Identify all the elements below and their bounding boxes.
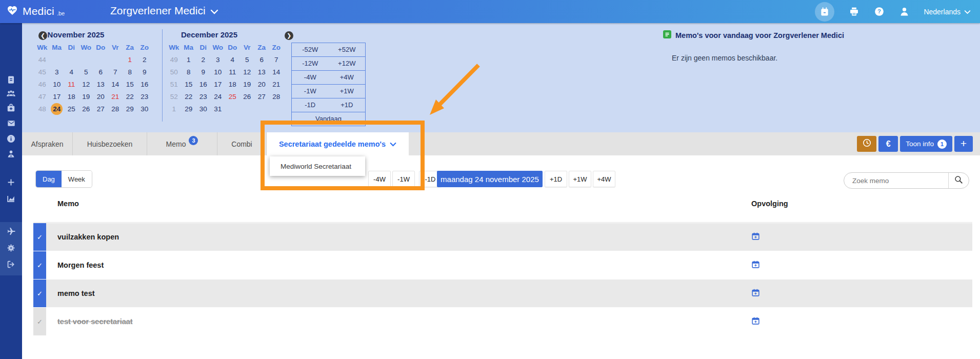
calendar-day[interactable]: 10 (211, 66, 226, 78)
calendar-day[interactable]: 12 (79, 78, 94, 91)
dropdown-item-mediworld[interactable]: Mediworld Secretariaat (281, 163, 351, 170)
calendar-day[interactable]: 3 (50, 66, 65, 78)
calendar-day[interactable]: 4 (64, 66, 79, 78)
calendar-day[interactable]: 8 (182, 66, 196, 78)
jump-back-button[interactable]: -1W (292, 85, 329, 98)
calendar-button[interactable] (815, 2, 834, 22)
calendar-day[interactable]: 5 (79, 66, 94, 78)
table-row[interactable]: ✓memo test (33, 280, 972, 307)
calendar-day[interactable]: 21 (269, 78, 284, 91)
calendar-day[interactable]: 27 (93, 103, 108, 115)
calendar-day[interactable]: 24 (50, 103, 65, 115)
calendar-day[interactable]: 21 (108, 91, 123, 103)
calendar-day[interactable]: 18 (64, 91, 79, 103)
calendar-day[interactable]: 29 (123, 103, 137, 115)
document-icon[interactable] (0, 73, 22, 86)
calendar-day[interactable]: 24 (211, 91, 226, 103)
memo-text[interactable]: Morgen feest (46, 251, 751, 279)
row-checkbox[interactable]: ✓ (33, 280, 46, 307)
calendar-day[interactable]: 14 (269, 66, 284, 78)
calendar-day[interactable]: 16 (137, 78, 152, 91)
date-nav--1W[interactable]: -1W (392, 171, 415, 187)
view-dag-button[interactable]: Dag (36, 171, 62, 187)
stats-icon[interactable] (0, 192, 22, 205)
memo-text[interactable]: test voor secretariaat (46, 308, 751, 335)
jump-forward-button[interactable]: +52W (329, 43, 366, 56)
add-button[interactable]: + (954, 136, 973, 152)
calendar-day[interactable]: 3 (211, 54, 226, 66)
calendar-day[interactable]: 23 (137, 91, 152, 103)
date-nav--4W[interactable]: -4W (368, 171, 391, 187)
jump-back-button[interactable]: -12W (292, 57, 329, 70)
row-checkbox[interactable]: ✓ (33, 223, 46, 251)
tab-huisbezoeken[interactable]: Huisbezoeken (73, 132, 147, 155)
calendar-day[interactable]: 30 (137, 103, 152, 115)
caregiver-icon[interactable] (0, 148, 22, 160)
calendar-day[interactable]: 15 (123, 78, 137, 91)
calendar-day[interactable]: 29 (182, 103, 196, 115)
current-date-button[interactable]: maandag 24 november 2025 (437, 171, 543, 187)
calendar-day[interactable]: 19 (79, 91, 94, 103)
calendar-day[interactable]: 26 (240, 91, 255, 103)
calendar-day[interactable]: 23 (196, 91, 211, 103)
date-nav-+4W[interactable]: +4W (593, 171, 615, 187)
view-week-button[interactable]: Week (62, 171, 92, 187)
calendar-day[interactable]: 27 (254, 91, 269, 103)
calendar-day[interactable]: 13 (93, 78, 108, 91)
calendar-day[interactable]: 11 (64, 78, 79, 91)
jump-back-button[interactable]: -1D (292, 98, 329, 112)
practice-selector[interactable]: Zorgverlener Medici (110, 5, 218, 17)
jump-forward-button[interactable]: +12W (329, 57, 366, 70)
row-checkbox[interactable]: ✓ (33, 308, 46, 335)
calendar-plus-icon[interactable] (751, 288, 760, 299)
calendar-day[interactable]: 31 (211, 103, 226, 115)
calendar-day[interactable]: 17 (211, 78, 226, 91)
medical-bag-icon[interactable] (0, 102, 22, 114)
calendar-plus-icon[interactable] (751, 232, 760, 243)
memo-text[interactable]: memo test (46, 280, 751, 307)
calendar-day[interactable]: 28 (108, 103, 123, 115)
calendar-day[interactable]: 6 (93, 66, 108, 78)
mail-icon[interactable] (0, 117, 22, 129)
calendar-day[interactable]: 15 (182, 78, 196, 91)
logout-icon[interactable] (0, 258, 22, 270)
calendar-day[interactable]: 16 (196, 78, 211, 91)
jump-forward-button[interactable]: +1W (329, 85, 366, 98)
help-button[interactable]: ? (873, 6, 885, 17)
info-icon[interactable] (0, 132, 22, 145)
jump-forward-button[interactable]: +4W (329, 71, 366, 84)
calendar-plus-icon[interactable] (751, 260, 760, 271)
calendar-day[interactable]: 7 (269, 54, 284, 66)
calendar-day[interactable]: 14 (108, 78, 123, 91)
tab-combi[interactable]: Combi (217, 132, 267, 155)
calendar-day[interactable]: 13 (254, 66, 269, 78)
calendar-day[interactable]: 22 (123, 91, 137, 103)
calendar-day[interactable]: 22 (182, 91, 196, 103)
calendar-day[interactable]: 25 (64, 103, 79, 115)
calendar-day[interactable]: 9 (137, 66, 152, 78)
history-button[interactable] (857, 136, 876, 152)
next-month-button[interactable]: ❯ (285, 31, 293, 40)
calendar-day[interactable]: 26 (79, 103, 94, 115)
date-nav-+1D[interactable]: +1D (545, 171, 567, 187)
calendar-day[interactable]: 25 (225, 91, 240, 103)
search-input[interactable] (844, 177, 948, 185)
calendar-plus-icon[interactable] (751, 316, 760, 327)
account-button[interactable] (898, 6, 910, 17)
search-button[interactable] (949, 173, 969, 188)
print-button[interactable] (848, 6, 859, 17)
travel-icon[interactable] (0, 225, 22, 237)
calendar-day[interactable]: 20 (254, 78, 269, 91)
row-checkbox[interactable]: ✓ (33, 251, 46, 279)
billing-button[interactable]: € (878, 136, 898, 152)
table-row[interactable]: ✓test voor secretariaat (33, 308, 972, 335)
tab-memo[interactable]: Memo3 (147, 132, 217, 155)
calendar-day[interactable]: 30 (196, 103, 211, 115)
calendar-day[interactable]: 2 (196, 54, 211, 66)
settings-icon[interactable] (0, 242, 22, 254)
table-row[interactable]: ✓Morgen feest (33, 251, 972, 279)
calendar-day[interactable]: 10 (50, 78, 65, 91)
jump-forward-button[interactable]: +1D (329, 98, 366, 112)
calendar-day[interactable]: 7 (108, 66, 123, 78)
tab-secretariaat-gedeelde-memos[interactable]: Secretariaat gedeelde memo's (267, 132, 409, 155)
